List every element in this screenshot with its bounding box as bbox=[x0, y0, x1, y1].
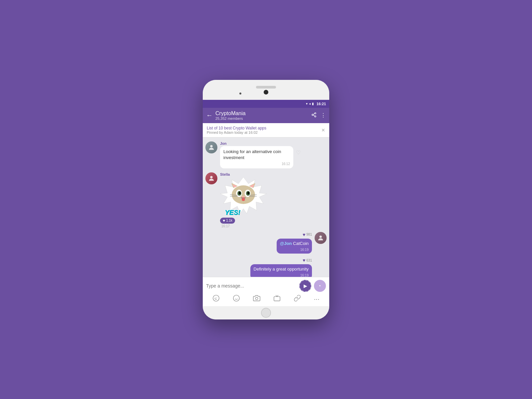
pinned-message-bar[interactable]: List of 10 best Crypto Wallet apps Pinne… bbox=[203, 123, 329, 137]
input-row: ▶ ● bbox=[206, 280, 326, 292]
outgoing-group-2: ♥ 631 Definitely a great opportunity 16:… bbox=[250, 258, 312, 277]
link-icon[interactable] bbox=[294, 295, 301, 303]
bubble-out-2: Definitely a great opportunity 16:19 bbox=[250, 264, 312, 277]
status-time: 16:21 bbox=[317, 102, 326, 106]
phone-dot bbox=[239, 93, 241, 95]
reaction-count-1: 981 bbox=[306, 233, 312, 236]
svg-point-29 bbox=[256, 297, 258, 299]
status-bar: ▾ ◂ ▮ 16:21 bbox=[203, 100, 329, 108]
input-area: ▶ ● bbox=[203, 277, 329, 306]
cat-svg bbox=[228, 182, 258, 205]
svg-rect-30 bbox=[274, 297, 280, 301]
extra-button[interactable]: ● bbox=[314, 280, 326, 292]
reaction-1[interactable]: ♥ 981 bbox=[303, 232, 312, 237]
svg-point-5 bbox=[210, 145, 212, 147]
messages-area: Jon Looking for an alternative coin inve… bbox=[203, 137, 329, 277]
sticker-container: YES! bbox=[220, 177, 267, 217]
message-time-jon: 16:12 bbox=[223, 162, 290, 166]
more-icon[interactable]: ⋮ bbox=[321, 112, 326, 118]
share-icon[interactable] bbox=[311, 112, 317, 119]
out-reaction-row-2: ♥ 631 bbox=[303, 258, 312, 263]
send-icon: ▶ bbox=[304, 283, 307, 289]
gif-icon[interactable] bbox=[273, 295, 281, 303]
message-bubble-jon: Looking for an alternative coin investme… bbox=[220, 146, 293, 168]
home-button[interactable] bbox=[261, 308, 271, 318]
svg-point-0 bbox=[315, 112, 316, 114]
catcoin-text: CatCoin bbox=[293, 241, 309, 246]
sender-name-stella: Stella bbox=[220, 172, 267, 176]
reaction-count-2: 631 bbox=[306, 259, 312, 262]
signal-icon: ◂ bbox=[309, 102, 311, 105]
svg-point-25 bbox=[319, 236, 322, 238]
sender-name-jon: Jon bbox=[220, 141, 293, 145]
message-content-jon: Jon Looking for an alternative coin inve… bbox=[220, 141, 293, 168]
svg-point-24 bbox=[242, 198, 245, 201]
bubble-out-1: @Jon CatCoin 16:19 bbox=[277, 239, 312, 254]
phone-bezel-bottom bbox=[203, 306, 329, 319]
sticker-content: Stella bbox=[220, 172, 267, 228]
avatar-jon bbox=[205, 141, 217, 153]
out-time-2: 16:19 bbox=[254, 274, 309, 277]
out-text-2: Definitely a great opportunity bbox=[254, 266, 309, 272]
out-text-1: @Jon CatCoin bbox=[280, 241, 309, 247]
out-reaction-row-1: ♥ 981 bbox=[303, 232, 312, 237]
heart-out-1: ♥ bbox=[303, 232, 305, 237]
avatar-stella bbox=[205, 172, 217, 184]
pinned-content: List of 10 best Crypto Wallet apps Pinne… bbox=[207, 126, 321, 134]
chat-subtitle: 25,352 members bbox=[215, 116, 309, 120]
like-button-jon[interactable]: ♡ bbox=[296, 149, 301, 156]
chat-title: CryptoMania bbox=[215, 110, 309, 116]
extra-icon: ● bbox=[319, 284, 321, 287]
header-actions: ⋮ bbox=[311, 112, 326, 119]
svg-line-4 bbox=[313, 113, 315, 114]
pinned-subtitle: Pinned by Adam today at 16:02 bbox=[207, 130, 321, 134]
sticker-icon[interactable] bbox=[212, 295, 220, 303]
svg-point-19 bbox=[242, 196, 244, 197]
svg-point-17 bbox=[239, 192, 241, 194]
pinned-close-button[interactable]: ✕ bbox=[321, 127, 325, 133]
phone-screen: ▾ ◂ ▮ 16:21 ← CryptoMania 25,352 members bbox=[203, 100, 329, 306]
svg-point-1 bbox=[312, 114, 313, 115]
send-button[interactable]: ▶ bbox=[299, 280, 311, 292]
sticker-time: 16:17 bbox=[221, 224, 267, 228]
svg-point-8 bbox=[232, 185, 255, 204]
reaction-count-stella: 1.1k bbox=[226, 219, 232, 222]
wifi-icon: ▾ bbox=[306, 102, 308, 105]
back-button[interactable]: ← bbox=[206, 111, 213, 119]
message-input[interactable] bbox=[206, 283, 297, 289]
svg-point-18 bbox=[247, 192, 249, 194]
sticker-reaction: ♥ 1.1k bbox=[220, 218, 267, 224]
message-row: Jon Looking for an alternative coin inve… bbox=[205, 141, 327, 168]
reaction-2[interactable]: ♥ 631 bbox=[303, 258, 312, 263]
svg-point-26 bbox=[233, 295, 239, 301]
emoji-icon[interactable] bbox=[233, 295, 240, 303]
yes-sticker-text: YES! bbox=[225, 209, 240, 216]
pinned-title: List of 10 best Crypto Wallet apps bbox=[207, 126, 321, 130]
chat-header: ← CryptoMania 25,352 members ⋮ bbox=[203, 108, 329, 123]
heart-icon: ♥ bbox=[223, 218, 225, 223]
message-text-jon: Looking for an alternative coin investme… bbox=[223, 149, 290, 161]
battery-icon: ▮ bbox=[312, 102, 314, 105]
mention-text: @Jon bbox=[280, 241, 293, 246]
chat-header-info: CryptoMania 25,352 members bbox=[215, 110, 309, 120]
svg-line-3 bbox=[313, 115, 315, 116]
phone-bezel-top bbox=[203, 80, 329, 100]
status-icons: ▾ ◂ ▮ bbox=[306, 102, 314, 105]
svg-point-2 bbox=[315, 115, 316, 117]
outgoing-group-1: ♥ 981 @Jon CatCoin 16:19 bbox=[277, 232, 312, 254]
phone-device: ▾ ◂ ▮ 16:21 ← CryptoMania 25,352 members bbox=[203, 80, 329, 319]
phone-camera bbox=[264, 90, 268, 95]
phone-speaker bbox=[256, 86, 276, 89]
more-toolbar-icon[interactable]: ··· bbox=[314, 295, 320, 303]
svg-point-6 bbox=[210, 176, 212, 178]
message-row-outgoing-2: ♥ 631 Definitely a great opportunity 16:… bbox=[205, 258, 327, 277]
cat-face bbox=[225, 180, 262, 207]
heart-out-2: ♥ bbox=[303, 258, 305, 263]
camera-icon[interactable] bbox=[253, 295, 260, 303]
toolbar-icons: ··· bbox=[206, 295, 326, 303]
out-time-1: 16:19 bbox=[280, 248, 309, 252]
message-row-stella: Stella bbox=[205, 172, 327, 228]
avatar-user bbox=[315, 232, 327, 244]
reaction-pill[interactable]: ♥ 1.1k bbox=[220, 218, 235, 224]
message-row-outgoing-1: ♥ 981 @Jon CatCoin 16:19 bbox=[205, 232, 327, 254]
